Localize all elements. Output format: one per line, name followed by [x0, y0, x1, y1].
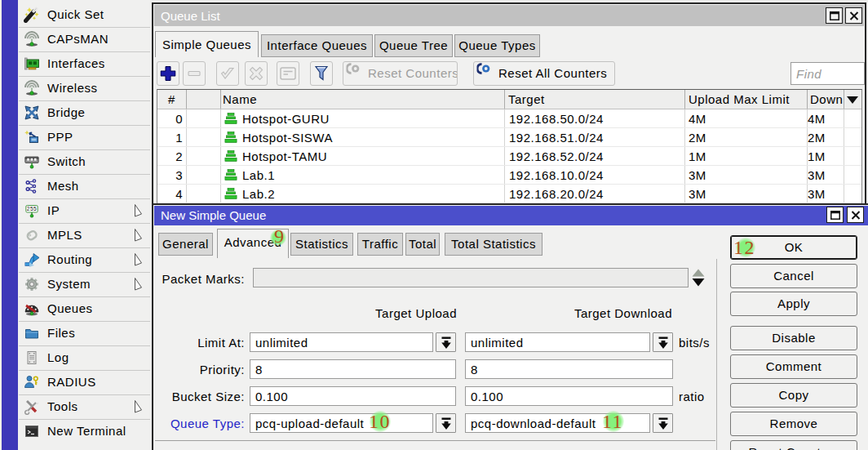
svg-text:255: 255	[27, 206, 37, 212]
